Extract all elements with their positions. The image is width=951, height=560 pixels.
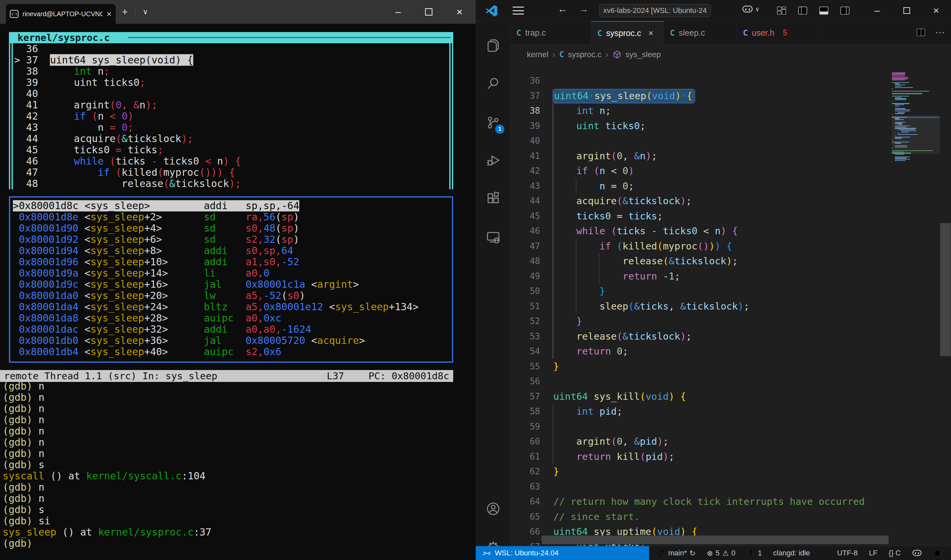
- remote-indicator[interactable]: >< WSL: Ubuntu-24.04: [476, 546, 649, 560]
- editor-line[interactable]: 54 return 0;: [476, 344, 951, 359]
- gdb-console-line: (gdb) n: [3, 381, 476, 392]
- toggle-panel-icon[interactable]: [818, 5, 830, 16]
- editor-line[interactable]: 50 }: [476, 284, 951, 299]
- close-window-button[interactable]: ×: [921, 0, 951, 21]
- editor-line[interactable]: 44 acquire(&tickslock);: [476, 194, 951, 209]
- editor-line[interactable]: 61 return kill(pid);: [476, 449, 951, 465]
- copilot-button[interactable]: ∨: [742, 5, 759, 14]
- gdb-disasm-line: 0x80001d9c <sys_sleep+16> jal 0x80001c1a…: [13, 279, 451, 290]
- editor-line[interactable]: 52 }: [476, 314, 951, 329]
- clangd-status[interactable]: clangd: idle: [773, 549, 810, 557]
- breadcrumb-file[interactable]: sysproc.c: [568, 50, 602, 59]
- breadcrumb-folder[interactable]: kernel: [527, 50, 548, 59]
- editor-line[interactable]: 40: [476, 134, 951, 149]
- gdb-console-line: sys_sleep () at kernel/sysproc.c:37: [3, 527, 476, 538]
- back-button[interactable]: ←: [558, 3, 568, 15]
- editor-line[interactable]: 37uint64·sys_sleep(void)·{: [476, 89, 951, 104]
- maximize-button[interactable]: [892, 0, 922, 21]
- toggle-secondary-sidebar-icon[interactable]: [839, 5, 851, 16]
- tab-user.h[interactable]: C user.h 5: [737, 21, 819, 44]
- forward-button[interactable]: →: [579, 3, 589, 15]
- editor-line[interactable]: 45 ticks0 = ticks;: [476, 209, 951, 224]
- editor-line[interactable]: 64// return how many clock tick interrup…: [476, 494, 951, 509]
- editor-line[interactable]: 48 release(&tickslock);: [476, 254, 951, 269]
- command-center-search[interactable]: xv6-labs-2024 [WSL: Ubuntu-24: [599, 4, 711, 17]
- tab-dropdown-button[interactable]: ∨: [138, 5, 152, 19]
- editor-line[interactable]: 43 n = 0;: [476, 179, 951, 194]
- editor-line[interactable]: 36: [476, 73, 951, 89]
- editor-line[interactable]: 41 argint(0, &n);: [476, 149, 951, 164]
- editor-line[interactable]: 57uint64 sys_kill(void) {: [476, 389, 951, 405]
- editor-line[interactable]: 55}: [476, 359, 951, 374]
- git-branch-item[interactable]: main* ↻: [658, 549, 696, 557]
- tab-sleep.c[interactable]: C sleep.c: [664, 21, 737, 44]
- editor-line[interactable]: 49 return -1;: [476, 269, 951, 284]
- gdb-console-line: (gdb): [3, 538, 476, 549]
- terminal-window: C:\ rinevard@LAPTOP-UCVNGP5I: × + ∨ – × …: [0, 0, 476, 560]
- editor-line[interactable]: 59: [476, 419, 951, 434]
- copilot-status-icon[interactable]: [912, 549, 922, 557]
- editor-line[interactable]: 53 release(&tickslock);: [476, 329, 951, 344]
- editor-line[interactable]: 51 sleep(&ticks, &tickslock);: [476, 299, 951, 314]
- editor-line[interactable]: 56: [476, 374, 951, 389]
- close-tab-icon[interactable]: ×: [107, 9, 112, 18]
- remote-icon: ><: [482, 549, 491, 557]
- close-window-button[interactable]: ×: [445, 0, 474, 24]
- editor-code-area[interactable]: 3637uint64·sys_sleep(void)·{38 int n;39 …: [476, 73, 951, 546]
- gdb-status-line: remote Thread 1.1 (src) In: sys_sleep L3…: [0, 370, 453, 382]
- symbol-icon: [612, 50, 622, 59]
- editor-line[interactable]: 65// since start.: [476, 509, 951, 525]
- gdb-source-line: 38 int n;: [14, 66, 450, 77]
- minimize-button[interactable]: –: [862, 0, 892, 21]
- gdb-source-window-title-bar: kernel/sysproc.c: [9, 32, 453, 43]
- sync-icon: ↻: [689, 549, 696, 557]
- chevron-right-icon: ›: [552, 49, 555, 60]
- maximize-button[interactable]: [414, 0, 444, 24]
- gdb-console-line: (gdb) n: [3, 414, 476, 426]
- editor-line[interactable]: 62}: [476, 464, 951, 479]
- maximize-icon: [425, 8, 432, 15]
- split-editor-icon[interactable]: [915, 27, 926, 38]
- border-line: [452, 43, 453, 189]
- gdb-disasm-line: 0x80001da8 <sys_sleep+28> auipc a0,0xc: [13, 312, 451, 324]
- c-file-icon: C: [516, 28, 521, 38]
- tab-sysproc.c[interactable]: C sysproc.c ×: [591, 21, 664, 45]
- tab-trap.c[interactable]: C trap.c: [510, 21, 591, 44]
- svg-text:C:\: C:\: [12, 12, 17, 16]
- gdb-source-line: 44 acquire(&tickslock);: [14, 133, 450, 145]
- vertical-scrollbar[interactable]: [940, 223, 951, 356]
- minimap-viewport[interactable]: [892, 115, 940, 154]
- menu-icon[interactable]: [512, 7, 524, 15]
- eol-item[interactable]: LF: [869, 549, 878, 557]
- more-actions-icon[interactable]: ⋯: [935, 26, 946, 38]
- border-line: [9, 43, 10, 189]
- problems-item[interactable]: ⊗ 5 ⚠ 0: [707, 549, 736, 557]
- editor-line[interactable]: 42 if (n < 0): [476, 163, 951, 179]
- gdb-console[interactable]: (gdb) n(gdb) n(gdb) n(gdb) n(gdb) n(gdb)…: [3, 381, 476, 560]
- notifications-bell-icon[interactable]: [933, 548, 942, 558]
- editor-line[interactable]: 60 argint(0, &pid);: [476, 434, 951, 449]
- vscode-titlebar: ← → xv6-labs-2024 [WSL: Ubuntu-24 ∨: [476, 0, 951, 21]
- editor-line[interactable]: 46 while (ticks - ticks0 < n) {: [476, 224, 951, 239]
- toggle-sidebar-icon[interactable]: [797, 5, 809, 16]
- explorer-icon[interactable]: [476, 30, 510, 62]
- new-tab-button[interactable]: +: [118, 5, 132, 19]
- gdb-source-line: 40: [14, 88, 450, 100]
- editor-line[interactable]: 39 uint ticks0;: [476, 118, 951, 134]
- breadcrumb-symbol[interactable]: sys_sleep: [626, 50, 661, 59]
- ports-item[interactable]: 1: [746, 549, 762, 557]
- encoding-item[interactable]: UTF-8: [837, 549, 857, 557]
- indent-guide: [552, 103, 553, 359]
- horizontal-scrollbar[interactable]: [542, 535, 889, 544]
- language-item[interactable]: {} C: [889, 549, 901, 557]
- terminal-tab[interactable]: C:\ rinevard@LAPTOP-UCVNGP5I: ×: [6, 4, 115, 24]
- customize-layout-icon[interactable]: [776, 5, 788, 16]
- editor-line[interactable]: 63: [476, 479, 951, 495]
- editor-line[interactable]: 47 if (killed(myproc())) {: [476, 239, 951, 254]
- minimize-button[interactable]: –: [383, 0, 413, 24]
- indent-guide: [576, 179, 576, 194]
- editor-line[interactable]: 38 int n;: [476, 103, 951, 118]
- editor-line[interactable]: 58 int pid;: [476, 404, 951, 419]
- close-tab-icon[interactable]: ×: [648, 28, 653, 38]
- gdb-console-line: (gdb) s: [3, 504, 476, 515]
